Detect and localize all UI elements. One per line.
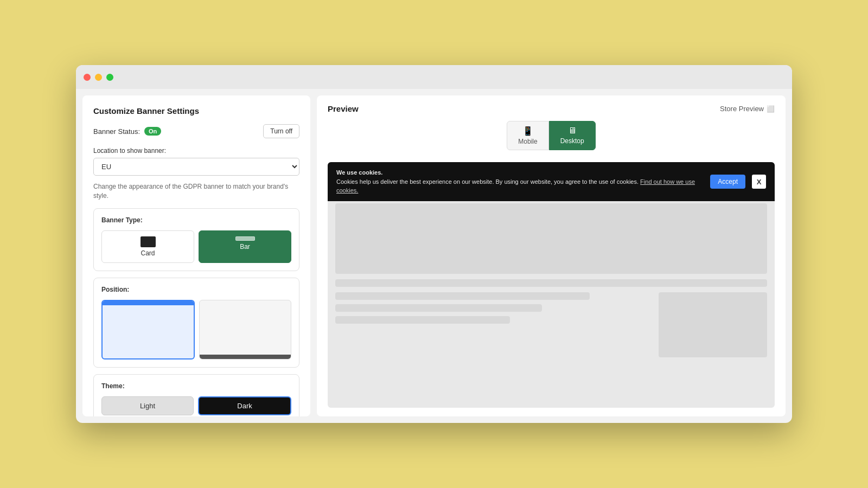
bottom-bar-indicator bbox=[200, 355, 291, 359]
accept-button[interactable]: Accept bbox=[710, 175, 745, 189]
position-label: Position: bbox=[101, 286, 291, 293]
card-label: Card bbox=[141, 249, 155, 257]
turn-off-button[interactable]: Turn off bbox=[263, 124, 299, 138]
external-link-icon: ⬜ bbox=[767, 105, 775, 113]
theme-dark-button[interactable]: Dark bbox=[198, 396, 291, 415]
position-top-button[interactable] bbox=[101, 300, 195, 359]
store-preview-label: Store Preview bbox=[720, 105, 764, 113]
minimize-window-button[interactable] bbox=[95, 74, 102, 81]
mobile-icon: 📱 bbox=[522, 126, 533, 136]
settings-panel: Customize Banner Settings Banner Status:… bbox=[82, 95, 310, 416]
hint-text: Change the appearance of the GDPR banner… bbox=[93, 182, 299, 201]
banner-type-section: Banner Type: Card Bar bbox=[93, 208, 299, 271]
theme-row: Light Dark bbox=[101, 396, 291, 415]
skeleton-line-3 bbox=[335, 304, 542, 312]
location-label: Location to show banner: bbox=[93, 147, 299, 155]
skeleton-hero bbox=[335, 203, 767, 274]
banner-status-text: Banner Status: bbox=[93, 127, 140, 136]
titlebar bbox=[76, 65, 792, 89]
cookie-text: We use cookies. Cookies help us deliver … bbox=[336, 169, 704, 195]
position-row bbox=[101, 300, 291, 359]
panel-title: Customize Banner Settings bbox=[93, 106, 299, 115]
mobile-label: Mobile bbox=[518, 138, 537, 145]
desktop-icon: 🖥 bbox=[568, 126, 577, 136]
skeleton-line-4 bbox=[335, 316, 510, 324]
location-select[interactable]: EU US Worldwide bbox=[93, 158, 299, 176]
banner-status-row: Banner Status: On Turn off bbox=[93, 124, 299, 138]
skeleton-col-left bbox=[335, 292, 653, 357]
preview-header: Preview Store Preview ⬜ bbox=[328, 104, 775, 113]
skeleton-line-2 bbox=[335, 292, 590, 300]
skeleton-col-right bbox=[659, 292, 767, 357]
preview-panel: Preview Store Preview ⬜ 📱 Mobile 🖥 Deskt… bbox=[317, 95, 786, 416]
preview-content bbox=[328, 196, 775, 408]
status-badge: On bbox=[144, 127, 161, 136]
mobile-device-button[interactable]: 📱 Mobile bbox=[507, 121, 548, 150]
skeleton-two-col bbox=[335, 292, 767, 357]
theme-light-button[interactable]: Light bbox=[101, 396, 194, 415]
store-preview-link[interactable]: Store Preview ⬜ bbox=[720, 105, 775, 113]
theme-label: Theme: bbox=[101, 382, 291, 390]
preview-title: Preview bbox=[328, 104, 359, 113]
banner-type-bar-button[interactable]: Bar bbox=[199, 230, 291, 263]
cookie-sub-text: Cookies help us deliver the best experie… bbox=[336, 178, 639, 185]
cookie-banner: We use cookies. Cookies help us deliver … bbox=[328, 162, 775, 201]
position-section: Position: bbox=[93, 278, 299, 368]
banner-type-label: Banner Type: bbox=[101, 216, 291, 224]
banner-type-row: Card Bar bbox=[101, 230, 291, 263]
preview-viewport: We use cookies. Cookies help us deliver … bbox=[328, 162, 775, 408]
close-window-button[interactable] bbox=[84, 74, 91, 81]
close-banner-button[interactable]: X bbox=[752, 175, 766, 189]
bar-icon bbox=[235, 236, 255, 241]
desktop-device-button[interactable]: 🖥 Desktop bbox=[549, 121, 596, 150]
device-switcher: 📱 Mobile 🖥 Desktop bbox=[507, 121, 595, 150]
card-icon bbox=[141, 236, 156, 247]
main-window: Customize Banner Settings Banner Status:… bbox=[76, 65, 792, 423]
device-switcher-row: 📱 Mobile 🖥 Desktop bbox=[328, 121, 775, 158]
desktop-label: Desktop bbox=[560, 137, 584, 145]
bar-label: Bar bbox=[240, 243, 250, 251]
cookie-main-text: We use cookies. bbox=[336, 169, 704, 177]
top-bar-indicator bbox=[103, 301, 194, 305]
content-area: Customize Banner Settings Banner Status:… bbox=[76, 89, 792, 423]
theme-section: Theme: Light Dark bbox=[93, 374, 299, 416]
maximize-window-button[interactable] bbox=[106, 74, 113, 81]
banner-status-label: Banner Status: On bbox=[93, 127, 161, 136]
banner-type-card-button[interactable]: Card bbox=[101, 230, 194, 263]
position-bottom-button[interactable] bbox=[199, 300, 291, 359]
skeleton-line-1 bbox=[335, 279, 767, 287]
